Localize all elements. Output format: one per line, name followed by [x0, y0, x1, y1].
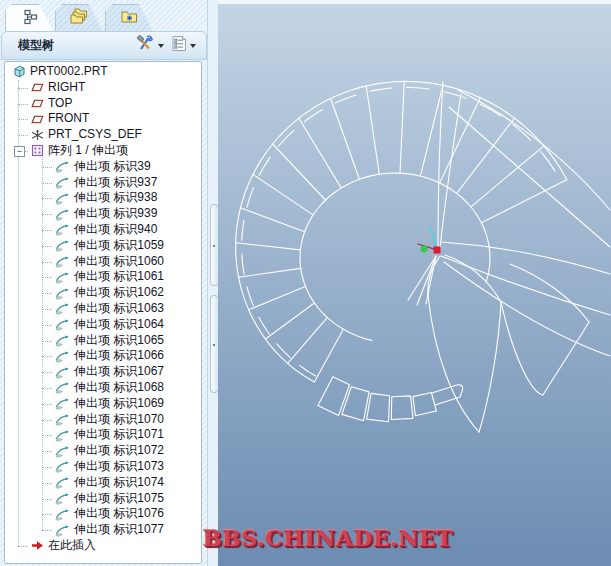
tree-item-label: 伸出项 标识1070 [74, 412, 164, 426]
extrude-icon [55, 381, 70, 394]
tree-item-label: 伸出项 标识940 [74, 222, 157, 236]
favorites-folder-icon [120, 9, 139, 29]
tree-item[interactable]: 伸出项 标识939 [5, 206, 201, 222]
tree-item-label: TOP [48, 96, 72, 110]
extrude-icon [55, 271, 70, 284]
settings-button[interactable] [134, 34, 166, 58]
tree-item-label: 伸出项 标识1077 [74, 522, 164, 536]
tree-item[interactable]: 伸出项 标识1071 [5, 427, 201, 443]
tree-item-label: 伸出项 标识1076 [74, 506, 164, 520]
extrude-icon [55, 445, 70, 458]
tree-item-label: 伸出项 标识1071 [74, 427, 164, 441]
tree-item[interactable]: 伸出项 标识1067 [5, 364, 201, 380]
extrude-icon [55, 302, 70, 315]
tree-item[interactable]: 伸出项 标识1069 [5, 396, 201, 412]
tree-item[interactable]: 伸出项 标识937 [5, 175, 201, 191]
3d-viewport[interactable] [218, 4, 611, 566]
tree-item[interactable]: 阵列 1 / 伸出项 [5, 143, 201, 159]
tree-item[interactable]: TOP [5, 96, 201, 112]
tab-favorites[interactable] [105, 4, 154, 33]
tree-item[interactable]: 伸出项 标识39 [5, 159, 201, 175]
tree-item-label: 伸出项 标识937 [74, 175, 157, 189]
tree-item-label: 伸出项 标识1062 [74, 285, 164, 299]
part-icon [13, 65, 26, 78]
folders-icon [70, 8, 90, 29]
tab-model-tree[interactable] [5, 4, 54, 33]
tree-item[interactable]: 伸出项 标识1072 [5, 443, 201, 459]
tree-item[interactable]: FRONT [5, 111, 201, 127]
extrude-icon [55, 413, 70, 426]
tree-item[interactable]: 伸出项 标识1064 [5, 317, 201, 333]
tree-item[interactable]: 伸出项 标识1065 [5, 333, 201, 349]
tree-item-label: 伸出项 标识1074 [74, 475, 164, 489]
tree-item[interactable]: 在此插入 [5, 538, 201, 554]
tree-item-label: PRT_CSYS_DEF [48, 127, 142, 141]
tree-item[interactable]: 伸出项 标识1075 [5, 491, 201, 507]
csys-axis-end-marker [421, 246, 428, 253]
tree-item-label: 伸出项 标识1075 [74, 491, 164, 505]
splitter-dot [213, 245, 215, 247]
navigator-panel: 模型树 PRT0002.PRTR [0, 0, 207, 566]
tree-item[interactable]: PRT_CSYS_DEF [5, 127, 201, 143]
tree-item-label: 伸出项 标识1065 [74, 333, 164, 347]
tree-item-label: 伸出项 标识39 [74, 159, 151, 173]
model-tree-icon [22, 9, 38, 29]
tree-item[interactable]: 伸出项 标识1060 [5, 254, 201, 270]
tree-item-label: FRONT [48, 111, 89, 125]
extrude-icon [55, 476, 70, 489]
extrude-icon [55, 524, 70, 537]
tree-item-label: 伸出项 标识1060 [74, 254, 164, 268]
extrude-icon [55, 492, 70, 505]
list-sheet-icon [171, 35, 187, 56]
panel-title: 模型树 [18, 37, 54, 54]
tree-item[interactable]: 伸出项 标识1062 [5, 285, 201, 301]
pattern-icon [31, 144, 44, 157]
show-dropdown-arrow[interactable] [190, 44, 196, 48]
extrude-icon [55, 287, 70, 300]
tree-item-label: 在此插入 [48, 538, 96, 552]
extrude-icon [55, 334, 70, 347]
collapse-minus-box[interactable] [14, 146, 25, 157]
tree-item-label: PRT0002.PRT [30, 64, 108, 78]
tree-item-label: 伸出项 标识1059 [74, 238, 164, 252]
extrude-icon [55, 460, 70, 473]
show-button[interactable] [169, 34, 198, 57]
tree-item[interactable]: 伸出项 标识1066 [5, 348, 201, 364]
extrude-icon [55, 255, 70, 268]
tree-item[interactable]: 伸出项 标识1061 [5, 269, 201, 285]
insert-icon [31, 540, 44, 551]
tree-item[interactable]: 伸出项 标识940 [5, 222, 201, 238]
extrude-icon [55, 223, 70, 236]
tab-folder-browser[interactable] [55, 4, 104, 33]
tree-item[interactable]: 伸出项 标识1070 [5, 412, 201, 428]
settings-dropdown-arrow[interactable] [158, 44, 164, 48]
tree-item-label: 伸出项 标识1066 [74, 348, 164, 362]
extrude-icon [55, 208, 70, 221]
spiral-wireframe-model [218, 4, 611, 566]
tree-item[interactable]: 伸出项 标识1068 [5, 380, 201, 396]
tree-item-label: 伸出项 标识939 [74, 206, 157, 220]
tree-item[interactable]: 伸出项 标识1063 [5, 301, 201, 317]
tree-item-label: 伸出项 标识1072 [74, 443, 164, 457]
tree-item[interactable]: 伸出项 标识938 [5, 190, 201, 206]
tree-item[interactable]: 伸出项 标识1077 [5, 522, 201, 538]
tree-item[interactable]: 伸出项 标识1073 [5, 459, 201, 475]
plane-icon [31, 81, 44, 94]
extrude-icon [55, 176, 70, 189]
extrude-icon [55, 239, 70, 252]
tree-item-label: 伸出项 标识1068 [74, 380, 164, 394]
tree-item[interactable]: 伸出项 标识1076 [5, 506, 201, 522]
csys-icon [31, 129, 44, 142]
tree-item-label: 伸出项 标识1064 [74, 317, 164, 331]
extrude-icon [55, 318, 70, 331]
tree-item[interactable]: 伸出项 标识1059 [5, 238, 201, 254]
extrude-icon [55, 160, 70, 173]
tree-item-label: 伸出项 标识1063 [74, 301, 164, 315]
tree-item[interactable]: PRT0002.PRT [5, 64, 201, 80]
model-tree: PRT0002.PRTRIGHTTOPFRONTPRT_CSYS_DEF阵列 1… [5, 62, 201, 564]
tree-item-label: 伸出项 标识1061 [74, 269, 164, 283]
panel-header: 模型树 [1, 31, 207, 60]
extrude-icon [55, 429, 70, 442]
tree-item[interactable]: 伸出项 标识1074 [5, 475, 201, 491]
tree-item[interactable]: RIGHT [5, 80, 201, 96]
